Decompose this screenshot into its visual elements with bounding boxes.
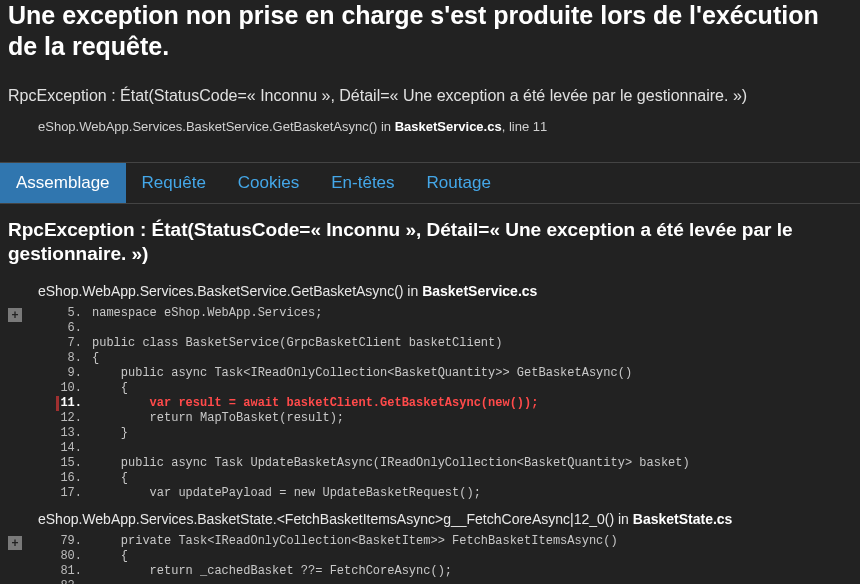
code-text: { xyxy=(92,381,860,396)
code-line: 6. xyxy=(32,321,860,336)
line-number: 82. xyxy=(32,579,92,584)
stack-frame: eShop.WebApp.Services.BasketService.GetB… xyxy=(0,277,860,501)
exception-detail-title: RpcException : État(StatusCode=« Inconnu… xyxy=(0,218,860,277)
frame-file: BasketService.cs xyxy=(422,283,537,299)
code-text xyxy=(92,579,860,584)
line-number: 6. xyxy=(32,321,92,336)
code-text: return MapToBasket(result); xyxy=(92,411,860,426)
code-text: { xyxy=(92,549,860,564)
line-number: 12. xyxy=(32,411,92,426)
code-line: 79. private Task<IReadOnlyCollection<Bas… xyxy=(32,534,860,549)
code-text: var updatePayload = new UpdateBasketRequ… xyxy=(92,486,860,501)
code-line: 15. public async Task UpdateBasketAsync(… xyxy=(32,456,860,471)
line-number: 15. xyxy=(32,456,92,471)
line-number: 9. xyxy=(32,366,92,381)
code-text: namespace eShop.WebApp.Services; xyxy=(92,306,860,321)
code-line: 9. public async Task<IReadOnlyCollection… xyxy=(32,366,860,381)
line-number: 80. xyxy=(32,549,92,564)
code-text: public async Task<IReadOnlyCollection<Ba… xyxy=(92,366,860,381)
expand-button[interactable]: + xyxy=(8,308,22,322)
code-text: public class BasketService(GrpcBasketCli… xyxy=(92,336,860,351)
code-text: { xyxy=(92,351,860,366)
stack-file: BasketService.cs xyxy=(395,119,502,134)
line-number: 11. xyxy=(32,396,92,411)
code-line: 17. var updatePayload = new UpdateBasket… xyxy=(32,486,860,501)
stack-summary: eShop.WebApp.Services.BasketService.GetB… xyxy=(8,117,852,138)
code-text: var result = await basketClient.GetBaske… xyxy=(92,396,860,411)
code-line: 82. xyxy=(32,579,860,584)
code-line: 5.namespace eShop.WebApp.Services; xyxy=(32,306,860,321)
code-block: 5.namespace eShop.WebApp.Services;6.7.pu… xyxy=(22,306,860,501)
line-number: 8. xyxy=(32,351,92,366)
frame-file: BasketState.cs xyxy=(633,511,733,527)
line-number: 10. xyxy=(32,381,92,396)
code-line: 81. return _cachedBasket ??= FetchCoreAs… xyxy=(32,564,860,579)
frame-method: eShop.WebApp.Services.BasketService.GetB… xyxy=(38,283,422,299)
code-line: 80. { xyxy=(32,549,860,564)
stack-method: eShop.WebApp.Services.BasketService.GetB… xyxy=(38,119,395,134)
expand-button[interactable]: + xyxy=(8,536,22,550)
line-number: 16. xyxy=(32,471,92,486)
frame-header[interactable]: eShop.WebApp.Services.BasketState.<Fetch… xyxy=(0,505,860,534)
code-line: 8.{ xyxy=(32,351,860,366)
code-line: 14. xyxy=(32,441,860,456)
frame-header[interactable]: eShop.WebApp.Services.BasketService.GetB… xyxy=(0,277,860,306)
line-number: 17. xyxy=(32,486,92,501)
code-text xyxy=(92,441,860,456)
code-line: 13. } xyxy=(32,426,860,441)
code-line: 10. { xyxy=(32,381,860,396)
line-number: 13. xyxy=(32,426,92,441)
code-line: 7.public class BasketService(GrpcBasketC… xyxy=(32,336,860,351)
tab-bar: AssemblageRequêteCookiesEn-têtesRoutage xyxy=(0,162,860,204)
code-block: 79. private Task<IReadOnlyCollection<Bas… xyxy=(22,534,860,584)
tab-cookies[interactable]: Cookies xyxy=(222,163,315,203)
page-title: Une exception non prise en charge s'est … xyxy=(8,0,852,63)
code-text: return _cachedBasket ??= FetchCoreAsync(… xyxy=(92,564,860,579)
line-number: 14. xyxy=(32,441,92,456)
line-number: 81. xyxy=(32,564,92,579)
code-text: { xyxy=(92,471,860,486)
tab-assemblage[interactable]: Assemblage xyxy=(0,163,126,203)
code-line: 11. var result = await basketClient.GetB… xyxy=(32,396,860,411)
line-number: 79. xyxy=(32,534,92,549)
code-text xyxy=(92,321,860,336)
tab-routage[interactable]: Routage xyxy=(411,163,507,203)
code-text: public async Task UpdateBasketAsync(IRea… xyxy=(92,456,860,471)
exception-message: RpcException : État(StatusCode=« Inconnu… xyxy=(8,85,852,107)
stack-line: , line 11 xyxy=(502,119,548,134)
code-line: 12. return MapToBasket(result); xyxy=(32,411,860,426)
stack-frame: eShop.WebApp.Services.BasketState.<Fetch… xyxy=(0,505,860,584)
code-text: } xyxy=(92,426,860,441)
line-number: 7. xyxy=(32,336,92,351)
tab-requête[interactable]: Requête xyxy=(126,163,222,203)
code-line: 16. { xyxy=(32,471,860,486)
line-number: 5. xyxy=(32,306,92,321)
code-text: private Task<IReadOnlyCollection<BasketI… xyxy=(92,534,860,549)
frame-method: eShop.WebApp.Services.BasketState.<Fetch… xyxy=(38,511,633,527)
tab-en-têtes[interactable]: En-têtes xyxy=(315,163,410,203)
